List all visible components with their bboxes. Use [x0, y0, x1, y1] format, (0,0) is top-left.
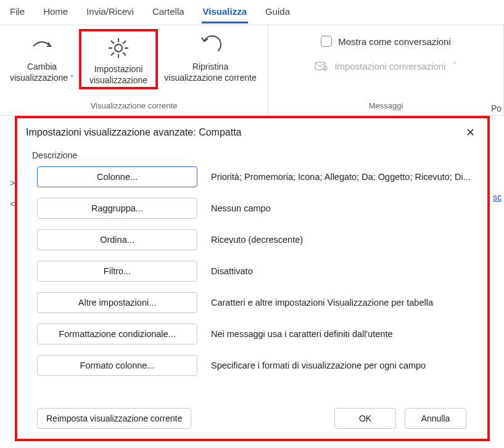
format-columns-desc: Specificare i formati di visualizzazione…	[211, 360, 476, 370]
ok-button[interactable]: OK	[334, 408, 396, 429]
svg-line-5	[111, 41, 114, 44]
reset-view-label1: Ripristina	[192, 61, 228, 72]
group-title-messages: Messaggi	[273, 99, 498, 114]
reset-view-button[interactable]: Ripristina visualizzazione corrente	[158, 29, 263, 84]
group-by-desc: Nessun campo	[211, 203, 476, 213]
view-settings-button[interactable]: Impostazioni visualizzazione	[79, 29, 158, 89]
conditional-formatting-button[interactable]: Formattazione condizionale...	[37, 324, 197, 344]
tab-home[interactable]: Home	[42, 4, 69, 23]
change-view-icon	[30, 33, 54, 59]
cancel-button[interactable]: Annulla	[405, 408, 466, 429]
description-label: Descrizione	[32, 150, 476, 160]
reset-current-view-button[interactable]: Reimposta visualizzazione corrente	[37, 408, 191, 429]
group-by-button[interactable]: Raggruppa...	[37, 198, 197, 219]
tab-file[interactable]: File	[9, 4, 26, 23]
chevron-down-icon	[68, 73, 74, 83]
reset-view-label2: visualizzazione corrente	[164, 72, 256, 83]
dialog-footer: Reimposta visualizzazione corrente OK An…	[28, 399, 476, 439]
other-settings-desc: Caratteri e altre impostazioni Visualizz…	[211, 298, 476, 307]
checkbox-icon	[321, 36, 332, 47]
sort-desc: Ricevuto (decrescente)	[211, 235, 476, 245]
svg-line-7	[123, 41, 126, 44]
advanced-view-settings-dialog: Impostazioni visualizzazione avanzate: C…	[15, 116, 490, 441]
conversation-settings-button: Impostazioni conversazioni	[315, 54, 456, 78]
dialog-titlebar: Impostazioni visualizzazione avanzate: C…	[17, 118, 487, 145]
view-settings-label2: visualizzazione	[89, 75, 147, 86]
format-columns-button[interactable]: Formato colonne...	[37, 355, 197, 376]
filter-button[interactable]: Filtro...	[37, 261, 197, 282]
conversation-settings-label: Impostazioni conversazioni	[334, 61, 445, 71]
svg-line-8	[111, 52, 114, 55]
show-as-conversations-label: Mostra come conversazioni	[338, 36, 451, 47]
svg-line-6	[123, 52, 126, 55]
group-title-current-view: Visualizzazione corrente	[5, 99, 263, 114]
change-view-button[interactable]: Cambia visualizzazione	[5, 29, 79, 84]
tab-help[interactable]: Guida	[264, 4, 291, 23]
gear-icon	[106, 35, 131, 61]
ribbon: Cambia visualizzazione Impostazioni visu…	[0, 25, 504, 116]
conditional-formatting-desc: Nei messaggi usa i caratteri definiti da…	[211, 329, 476, 339]
sort-button[interactable]: Ordina...	[37, 229, 197, 250]
view-settings-label1: Impostazioni	[94, 63, 143, 75]
tab-folder[interactable]: Cartella	[151, 4, 186, 23]
change-view-label2: visualizzazione	[10, 73, 68, 83]
undo-icon	[198, 33, 223, 59]
ribbon-tabs: File Home Invia/Ricevi Cartella Visualiz…	[0, 0, 504, 23]
sidebar-chevrons: > <	[10, 173, 15, 214]
dialog-title: Impostazioni visualizzazione avanzate: C…	[26, 127, 242, 138]
change-view-label1: Cambia	[27, 61, 57, 72]
tab-send-receive[interactable]: Invia/Ricevi	[85, 4, 135, 23]
show-as-conversations-checkbox[interactable]: Mostra come conversazioni	[321, 29, 451, 54]
group-current-view: Cambia visualizzazione Impostazioni visu…	[0, 25, 268, 115]
columns-button[interactable]: Colonne...	[37, 166, 197, 187]
close-button[interactable]: ✕	[462, 124, 479, 141]
partial-link[interactable]: sc	[493, 192, 502, 202]
chevron-down-icon	[452, 60, 457, 71]
other-settings-button[interactable]: Altre impostazioni...	[37, 292, 197, 313]
ribbon-overflow-text: Po	[491, 104, 504, 113]
envelope-gear-icon	[315, 60, 328, 71]
group-messages: Mostra come conversazioni Impostazioni c…	[268, 25, 504, 115]
filter-desc: Disattivato	[211, 266, 476, 276]
settings-rows: Colonne... Priorità; Promemoria; Icona; …	[28, 166, 476, 376]
columns-desc: Priorità; Promemoria; Icona; Allegato; D…	[211, 172, 476, 182]
svg-point-0	[115, 44, 122, 52]
tab-view[interactable]: Visualizza	[202, 4, 248, 23]
